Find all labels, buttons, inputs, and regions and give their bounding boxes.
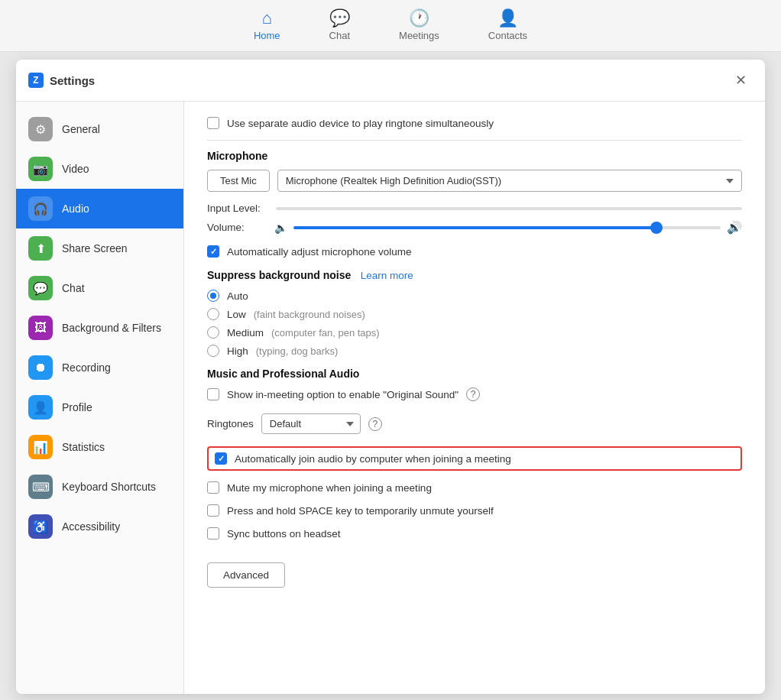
ringtones-select[interactable]: Default — [261, 413, 361, 434]
statistics-icon: 📊 — [28, 435, 53, 459]
input-level-bar — [276, 207, 742, 210]
sidebar-item-chat[interactable]: 💬 Chat — [16, 268, 183, 308]
volume-slider[interactable] — [293, 226, 721, 229]
radio-high[interactable] — [207, 345, 219, 357]
share-screen-icon: ⬆ — [28, 236, 53, 261]
volume-thumb — [650, 222, 663, 234]
volume-low-icon: 🔈 — [274, 222, 287, 234]
original-sound-label: Show in-meeting option to enable "Origin… — [227, 389, 459, 400]
auto-adjust-label: Automatically adjust microphone volume — [227, 246, 412, 258]
radio-low-label: Low — [227, 309, 246, 320]
sidebar-label-share: Share Screen — [62, 242, 128, 254]
sidebar-label-video: Video — [62, 163, 89, 175]
input-level-label: Input Level: — [207, 203, 268, 214]
sidebar-item-keyboard[interactable]: ⌨ Keyboard Shortcuts — [16, 467, 183, 507]
general-icon: ⚙ — [28, 117, 53, 141]
sidebar-label-profile: Profile — [62, 401, 92, 413]
sidebar-label-recording: Recording — [62, 361, 111, 374]
microphone-row: Test Mic Microphone (Realtek High Defini… — [207, 170, 742, 192]
nav-chat[interactable]: 💬 Chat — [320, 4, 359, 47]
sidebar-label-statistics: Statistics — [62, 441, 105, 453]
press-hold-checkbox[interactable] — [207, 504, 219, 517]
nav-meetings-label: Meetings — [399, 30, 439, 41]
microphone-heading: Microphone — [207, 150, 742, 162]
noise-option-medium: Medium (computer fan, pen taps) — [207, 326, 742, 339]
sidebar-item-background[interactable]: 🖼 Background & Filters — [16, 308, 183, 348]
radio-auto[interactable] — [207, 290, 219, 302]
sidebar: ⚙ General 📷 Video 🎧 Audio ⬆ Share Screen… — [16, 102, 184, 694]
sidebar-item-statistics[interactable]: 📊 Statistics — [16, 427, 183, 467]
sidebar-label-keyboard: Keyboard Shortcuts — [62, 481, 156, 493]
meetings-icon: 🕐 — [409, 10, 429, 27]
background-icon: 🖼 — [28, 316, 53, 340]
noise-option-auto: Auto — [207, 290, 742, 302]
sync-buttons-row: Sync buttons on headset — [207, 527, 742, 540]
sidebar-label-accessibility: Accessibility — [62, 520, 120, 533]
input-level-row: Input Level: — [207, 203, 742, 214]
test-mic-button[interactable]: Test Mic — [207, 170, 270, 192]
sidebar-item-general[interactable]: ⚙ General — [16, 109, 183, 149]
nav-contacts-label: Contacts — [488, 30, 527, 41]
volume-label: Volume: — [207, 222, 268, 233]
volume-high-icon: 🔊 — [727, 220, 742, 235]
top-navigation: ⌂ Home 💬 Chat 🕐 Meetings 👤 Contacts — [0, 0, 781, 52]
microphone-device-select[interactable]: Microphone (Realtek High Definition Audi… — [277, 170, 742, 192]
original-sound-checkbox[interactable] — [207, 388, 219, 400]
mute-mic-label: Mute my microphone when joining a meetin… — [227, 482, 432, 494]
sidebar-item-share-screen[interactable]: ⬆ Share Screen — [16, 228, 183, 268]
radio-auto-label: Auto — [227, 290, 248, 302]
audio-icon: 🎧 — [28, 196, 53, 221]
divider-1 — [207, 140, 742, 141]
sidebar-label-general: General — [62, 123, 100, 135]
original-sound-help-icon[interactable]: ? — [466, 387, 480, 401]
chat-icon: 💬 — [329, 10, 350, 27]
chat-sidebar-icon: 💬 — [28, 276, 53, 300]
video-icon: 📷 — [28, 157, 53, 181]
dialog-titlebar: Z Settings ✕ — [16, 60, 765, 102]
press-hold-row: Press and hold SPACE key to temporarily … — [207, 504, 742, 517]
nav-meetings[interactable]: 🕐 Meetings — [390, 4, 449, 47]
sidebar-label-audio: Audio — [62, 203, 89, 215]
learn-more-link[interactable]: Learn more — [361, 270, 413, 281]
advanced-button[interactable]: Advanced — [207, 562, 285, 588]
radio-low-desc: (faint background noises) — [254, 309, 365, 320]
dialog-title-group: Z Settings — [28, 73, 95, 88]
radio-medium[interactable] — [207, 326, 219, 339]
radio-low[interactable] — [207, 308, 219, 320]
auto-join-checkbox[interactable] — [215, 452, 227, 465]
press-hold-label: Press and hold SPACE key to temporarily … — [227, 505, 494, 517]
sidebar-item-accessibility[interactable]: ♿ Accessibility — [16, 507, 183, 546]
mute-mic-checkbox[interactable] — [207, 481, 219, 494]
suppress-noise-heading-row: Suppress background noise Learn more — [207, 268, 742, 282]
sidebar-item-recording[interactable]: ⏺ Recording — [16, 348, 183, 387]
radio-medium-desc: (computer fan, pen taps) — [271, 327, 380, 339]
home-icon: ⌂ — [262, 10, 272, 27]
sync-buttons-checkbox[interactable] — [207, 527, 219, 540]
ringtones-row: Ringtones Default ? — [207, 413, 742, 434]
separate-device-row: Use separate audio device to play ringto… — [207, 117, 742, 129]
close-button[interactable]: ✕ — [729, 69, 753, 92]
sidebar-label-bg: Background & Filters — [62, 322, 161, 334]
sidebar-label-chat: Chat — [62, 282, 85, 294]
original-sound-row: Show in-meeting option to enable "Origin… — [207, 387, 742, 401]
settings-logo: Z — [28, 73, 44, 88]
auto-adjust-row: Automatically adjust microphone volume — [207, 245, 742, 258]
noise-option-high: High (typing, dog barks) — [207, 345, 742, 357]
suppress-heading: Suppress background noise — [207, 269, 351, 281]
radio-medium-label: Medium — [227, 327, 264, 339]
settings-dialog: Z Settings ✕ ⚙ General 📷 Video 🎧 Audio — [16, 60, 765, 694]
auto-join-label: Automatically join audio by computer whe… — [235, 453, 511, 465]
sidebar-item-profile[interactable]: 👤 Profile — [16, 387, 183, 427]
profile-icon: 👤 — [28, 395, 53, 420]
auto-adjust-checkbox[interactable] — [207, 245, 219, 258]
nav-contacts[interactable]: 👤 Contacts — [479, 4, 536, 47]
sidebar-item-audio[interactable]: 🎧 Audio — [16, 189, 183, 228]
separate-device-checkbox[interactable] — [207, 117, 219, 129]
auto-join-highlighted-row: Automatically join audio by computer whe… — [207, 446, 742, 471]
nav-chat-label: Chat — [329, 30, 350, 41]
nav-home[interactable]: ⌂ Home — [245, 4, 290, 47]
music-audio-heading: Music and Professional Audio — [207, 368, 742, 380]
dialog-title-text: Settings — [50, 74, 95, 87]
ringtones-help-icon[interactable]: ? — [368, 417, 382, 431]
sidebar-item-video[interactable]: 📷 Video — [16, 149, 183, 189]
